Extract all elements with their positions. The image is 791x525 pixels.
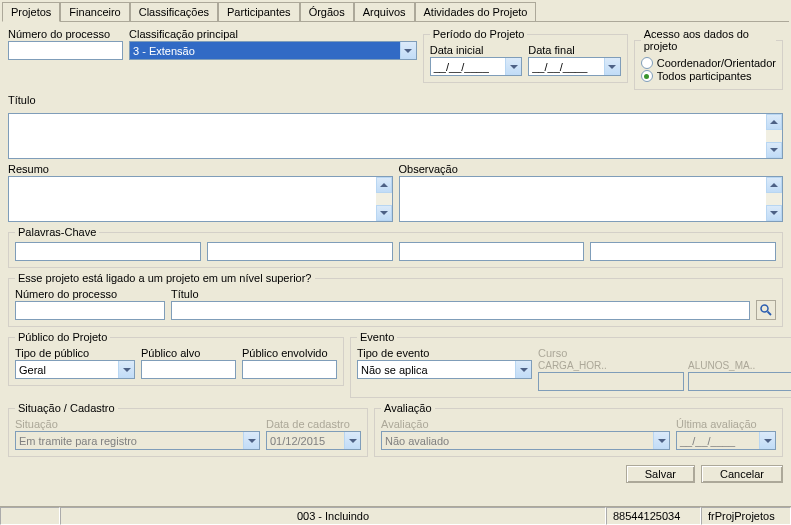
scroll-down-icon[interactable] (376, 205, 392, 221)
publico-group-label: Público do Projeto (15, 331, 110, 343)
palavra-chave-1[interactable] (15, 242, 201, 261)
salvar-button[interactable]: Salvar (626, 465, 695, 483)
chevron-down-icon[interactable] (604, 58, 620, 75)
cancelar-button[interactable]: Cancelar (701, 465, 783, 483)
avaliacao-group-label: Avaliação (381, 402, 435, 414)
superior-group-label: Esse projeto está ligado a um projeto em… (15, 272, 315, 284)
publico-alvo-label: Público alvo (141, 347, 236, 359)
avaliacao-label: Avaliação (381, 418, 670, 430)
chevron-down-icon[interactable] (505, 58, 521, 75)
tab-arquivos[interactable]: Arquivos (354, 2, 415, 21)
radio-coordenador[interactable]: Coordenador/Orientador (641, 57, 776, 69)
data-cadastro-input: 01/12/2015 (266, 431, 361, 450)
palavra-chave-2[interactable] (207, 242, 393, 261)
tipo-publico-select[interactable]: Geral (15, 360, 135, 379)
svg-line-1 (768, 312, 772, 316)
titulo-textarea[interactable] (8, 113, 783, 159)
publico-envolvido-input[interactable] (242, 360, 337, 379)
radio-todos[interactable]: Todos participantes (641, 70, 776, 82)
chevron-down-icon (344, 432, 360, 449)
scroll-down-icon[interactable] (766, 142, 782, 158)
sup-numero-input[interactable] (15, 301, 165, 320)
data-inicial-label: Data inicial (430, 44, 523, 56)
publico-alvo-input[interactable] (141, 360, 236, 379)
palavra-chave-3[interactable] (399, 242, 585, 261)
scrollbar[interactable] (376, 177, 392, 221)
chevron-down-icon[interactable] (118, 361, 134, 378)
carga-hor-label: CARGA_HOR.. (538, 360, 684, 371)
search-button[interactable] (756, 300, 776, 320)
periodo-group-label: Período do Projeto (430, 28, 528, 40)
carga-hor-input (538, 372, 684, 391)
observacao-label: Observação (399, 163, 784, 175)
tab-atividades[interactable]: Atividades do Projeto (415, 2, 537, 21)
tipo-publico-label: Tipo de público (15, 347, 135, 359)
titulo-label: Título (8, 94, 36, 106)
ultima-avaliacao-input: __/__/____ (676, 431, 776, 450)
search-icon (759, 303, 773, 317)
sup-titulo-input[interactable] (171, 301, 750, 320)
palavra-chave-4[interactable] (590, 242, 776, 261)
chevron-down-icon[interactable] (515, 361, 531, 378)
publico-envolvido-label: Público envolvido (242, 347, 337, 359)
palavras-chave-label: Palavras-Chave (15, 226, 99, 238)
chevron-down-icon (243, 432, 259, 449)
scrollbar[interactable] (766, 114, 782, 158)
sup-numero-label: Número do processo (15, 288, 165, 300)
data-final-label: Data final (528, 44, 621, 56)
chevron-down-icon (653, 432, 669, 449)
avaliacao-select: Não avaliado (381, 431, 670, 450)
tab-participantes[interactable]: Participantes (218, 2, 300, 21)
radio-icon (641, 57, 653, 69)
acesso-group-label: Acesso aos dados do projeto (641, 28, 776, 52)
chevron-down-icon[interactable] (400, 42, 416, 59)
resumo-textarea[interactable] (8, 176, 393, 222)
classificacao-select[interactable]: 3 - Extensão (129, 41, 417, 60)
radio-icon (641, 70, 653, 82)
scrollbar[interactable] (766, 177, 782, 221)
data-inicial-input[interactable]: __/__/____ (430, 57, 523, 76)
status-cell-center: 003 - Incluindo (60, 507, 606, 525)
svg-point-0 (761, 305, 768, 312)
numero-processo-label: Número do processo (8, 28, 123, 40)
status-cell-empty (0, 507, 60, 525)
tab-orgaos[interactable]: Órgãos (300, 2, 354, 21)
tab-classificacoes[interactable]: Classificações (130, 2, 218, 21)
situacao-label: Situação (15, 418, 260, 430)
data-final-input[interactable]: __/__/____ (528, 57, 621, 76)
classificacao-label: Classificação principal (129, 28, 417, 40)
status-cell-form: frProjProjetos (701, 507, 791, 525)
scroll-up-icon[interactable] (376, 177, 392, 193)
tipo-evento-select[interactable]: Não se aplica (357, 360, 532, 379)
alunos-ma-input (688, 372, 791, 391)
situacao-group-label: Situação / Cadastro (15, 402, 118, 414)
tab-bar: Projetos Financeiro Classificações Parti… (2, 2, 789, 22)
resumo-label: Resumo (8, 163, 393, 175)
status-cell-user: 88544125034 (606, 507, 701, 525)
scroll-up-icon[interactable] (766, 177, 782, 193)
situacao-select: Em tramite para registro (15, 431, 260, 450)
sup-titulo-label: Título (171, 288, 750, 300)
status-bar: 003 - Incluindo 88544125034 frProjProjet… (0, 506, 791, 525)
curso-label: Curso (538, 347, 791, 359)
tab-financeiro[interactable]: Financeiro (60, 2, 129, 21)
chevron-down-icon (759, 432, 775, 449)
observacao-textarea[interactable] (399, 176, 784, 222)
tipo-evento-label: Tipo de evento (357, 347, 532, 359)
evento-group-label: Evento (357, 331, 397, 343)
alunos-ma-label: ALUNOS_MA.. (688, 360, 791, 371)
ultima-avaliacao-label: Última avaliação (676, 418, 776, 430)
tab-projetos[interactable]: Projetos (2, 2, 60, 22)
scroll-up-icon[interactable] (766, 114, 782, 130)
numero-processo-input[interactable] (8, 41, 123, 60)
scroll-down-icon[interactable] (766, 205, 782, 221)
data-cadastro-label: Data de cadastro (266, 418, 361, 430)
